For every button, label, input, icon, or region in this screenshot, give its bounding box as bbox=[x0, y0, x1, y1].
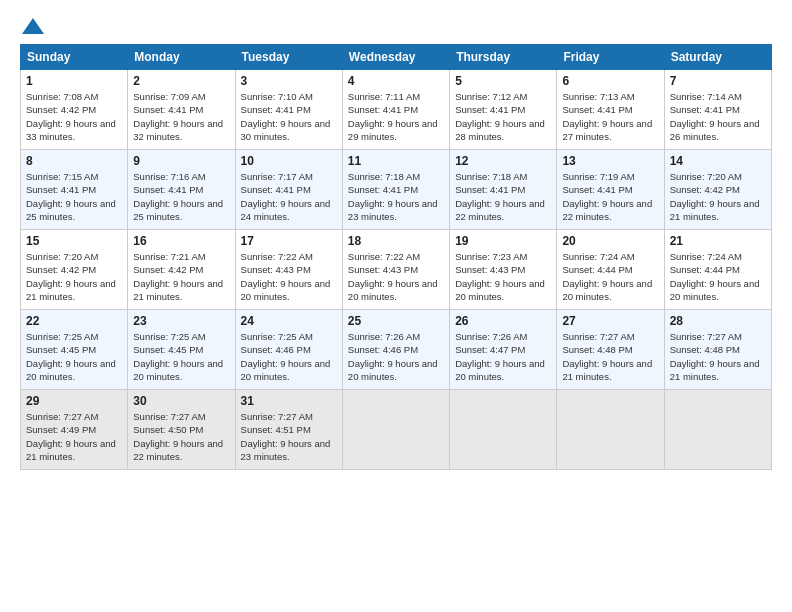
week-row-2: 8Sunrise: 7:15 AMSunset: 4:41 PMDaylight… bbox=[21, 150, 772, 230]
day-info: Sunrise: 7:14 AMSunset: 4:41 PMDaylight:… bbox=[670, 90, 766, 143]
day-info: Sunrise: 7:23 AMSunset: 4:43 PMDaylight:… bbox=[455, 250, 551, 303]
calendar-cell: 13Sunrise: 7:19 AMSunset: 4:41 PMDayligh… bbox=[557, 150, 664, 230]
day-info: Sunrise: 7:20 AMSunset: 4:42 PMDaylight:… bbox=[26, 250, 122, 303]
day-info: Sunrise: 7:09 AMSunset: 4:41 PMDaylight:… bbox=[133, 90, 229, 143]
day-number: 22 bbox=[26, 314, 122, 328]
day-info: Sunrise: 7:27 AMSunset: 4:49 PMDaylight:… bbox=[26, 410, 122, 463]
logo bbox=[20, 16, 44, 34]
calendar-cell: 25Sunrise: 7:26 AMSunset: 4:46 PMDayligh… bbox=[342, 310, 449, 390]
day-info: Sunrise: 7:27 AMSunset: 4:48 PMDaylight:… bbox=[670, 330, 766, 383]
day-number: 24 bbox=[241, 314, 337, 328]
day-number: 7 bbox=[670, 74, 766, 88]
weekday-header-monday: Monday bbox=[128, 45, 235, 70]
weekday-header-friday: Friday bbox=[557, 45, 664, 70]
calendar-cell: 7Sunrise: 7:14 AMSunset: 4:41 PMDaylight… bbox=[664, 70, 771, 150]
day-number: 23 bbox=[133, 314, 229, 328]
day-number: 13 bbox=[562, 154, 658, 168]
day-number: 17 bbox=[241, 234, 337, 248]
day-info: Sunrise: 7:08 AMSunset: 4:42 PMDaylight:… bbox=[26, 90, 122, 143]
day-info: Sunrise: 7:17 AMSunset: 4:41 PMDaylight:… bbox=[241, 170, 337, 223]
day-info: Sunrise: 7:15 AMSunset: 4:41 PMDaylight:… bbox=[26, 170, 122, 223]
week-row-3: 15Sunrise: 7:20 AMSunset: 4:42 PMDayligh… bbox=[21, 230, 772, 310]
day-info: Sunrise: 7:26 AMSunset: 4:47 PMDaylight:… bbox=[455, 330, 551, 383]
day-number: 5 bbox=[455, 74, 551, 88]
day-number: 25 bbox=[348, 314, 444, 328]
week-row-5: 29Sunrise: 7:27 AMSunset: 4:49 PMDayligh… bbox=[21, 390, 772, 470]
day-info: Sunrise: 7:25 AMSunset: 4:45 PMDaylight:… bbox=[133, 330, 229, 383]
day-info: Sunrise: 7:27 AMSunset: 4:50 PMDaylight:… bbox=[133, 410, 229, 463]
day-number: 16 bbox=[133, 234, 229, 248]
day-number: 1 bbox=[26, 74, 122, 88]
calendar-cell: 31Sunrise: 7:27 AMSunset: 4:51 PMDayligh… bbox=[235, 390, 342, 470]
day-number: 18 bbox=[348, 234, 444, 248]
day-number: 21 bbox=[670, 234, 766, 248]
logo-icon bbox=[22, 16, 44, 36]
day-number: 12 bbox=[455, 154, 551, 168]
day-info: Sunrise: 7:24 AMSunset: 4:44 PMDaylight:… bbox=[562, 250, 658, 303]
weekday-header-row: SundayMondayTuesdayWednesdayThursdayFrid… bbox=[21, 45, 772, 70]
day-info: Sunrise: 7:27 AMSunset: 4:51 PMDaylight:… bbox=[241, 410, 337, 463]
day-number: 19 bbox=[455, 234, 551, 248]
week-row-1: 1Sunrise: 7:08 AMSunset: 4:42 PMDaylight… bbox=[21, 70, 772, 150]
calendar-cell: 14Sunrise: 7:20 AMSunset: 4:42 PMDayligh… bbox=[664, 150, 771, 230]
day-info: Sunrise: 7:13 AMSunset: 4:41 PMDaylight:… bbox=[562, 90, 658, 143]
day-number: 3 bbox=[241, 74, 337, 88]
day-info: Sunrise: 7:12 AMSunset: 4:41 PMDaylight:… bbox=[455, 90, 551, 143]
calendar-cell: 29Sunrise: 7:27 AMSunset: 4:49 PMDayligh… bbox=[21, 390, 128, 470]
day-info: Sunrise: 7:11 AMSunset: 4:41 PMDaylight:… bbox=[348, 90, 444, 143]
weekday-header-sunday: Sunday bbox=[21, 45, 128, 70]
day-info: Sunrise: 7:22 AMSunset: 4:43 PMDaylight:… bbox=[241, 250, 337, 303]
day-number: 8 bbox=[26, 154, 122, 168]
calendar-cell bbox=[557, 390, 664, 470]
day-number: 30 bbox=[133, 394, 229, 408]
day-number: 20 bbox=[562, 234, 658, 248]
calendar-cell: 8Sunrise: 7:15 AMSunset: 4:41 PMDaylight… bbox=[21, 150, 128, 230]
day-number: 2 bbox=[133, 74, 229, 88]
calendar-cell: 23Sunrise: 7:25 AMSunset: 4:45 PMDayligh… bbox=[128, 310, 235, 390]
calendar-cell: 11Sunrise: 7:18 AMSunset: 4:41 PMDayligh… bbox=[342, 150, 449, 230]
day-info: Sunrise: 7:25 AMSunset: 4:45 PMDaylight:… bbox=[26, 330, 122, 383]
header bbox=[20, 16, 772, 34]
day-info: Sunrise: 7:22 AMSunset: 4:43 PMDaylight:… bbox=[348, 250, 444, 303]
calendar-cell: 28Sunrise: 7:27 AMSunset: 4:48 PMDayligh… bbox=[664, 310, 771, 390]
calendar-cell: 24Sunrise: 7:25 AMSunset: 4:46 PMDayligh… bbox=[235, 310, 342, 390]
day-info: Sunrise: 7:18 AMSunset: 4:41 PMDaylight:… bbox=[348, 170, 444, 223]
day-number: 10 bbox=[241, 154, 337, 168]
calendar-cell: 27Sunrise: 7:27 AMSunset: 4:48 PMDayligh… bbox=[557, 310, 664, 390]
weekday-header-wednesday: Wednesday bbox=[342, 45, 449, 70]
day-info: Sunrise: 7:18 AMSunset: 4:41 PMDaylight:… bbox=[455, 170, 551, 223]
calendar-cell: 19Sunrise: 7:23 AMSunset: 4:43 PMDayligh… bbox=[450, 230, 557, 310]
calendar-cell: 20Sunrise: 7:24 AMSunset: 4:44 PMDayligh… bbox=[557, 230, 664, 310]
day-number: 14 bbox=[670, 154, 766, 168]
calendar-cell: 17Sunrise: 7:22 AMSunset: 4:43 PMDayligh… bbox=[235, 230, 342, 310]
day-number: 28 bbox=[670, 314, 766, 328]
weekday-header-saturday: Saturday bbox=[664, 45, 771, 70]
day-number: 15 bbox=[26, 234, 122, 248]
calendar-cell: 10Sunrise: 7:17 AMSunset: 4:41 PMDayligh… bbox=[235, 150, 342, 230]
day-info: Sunrise: 7:21 AMSunset: 4:42 PMDaylight:… bbox=[133, 250, 229, 303]
day-info: Sunrise: 7:25 AMSunset: 4:46 PMDaylight:… bbox=[241, 330, 337, 383]
day-info: Sunrise: 7:20 AMSunset: 4:42 PMDaylight:… bbox=[670, 170, 766, 223]
week-row-4: 22Sunrise: 7:25 AMSunset: 4:45 PMDayligh… bbox=[21, 310, 772, 390]
calendar-cell: 6Sunrise: 7:13 AMSunset: 4:41 PMDaylight… bbox=[557, 70, 664, 150]
calendar-cell bbox=[342, 390, 449, 470]
calendar-cell bbox=[450, 390, 557, 470]
calendar-cell: 26Sunrise: 7:26 AMSunset: 4:47 PMDayligh… bbox=[450, 310, 557, 390]
day-number: 6 bbox=[562, 74, 658, 88]
calendar-cell: 21Sunrise: 7:24 AMSunset: 4:44 PMDayligh… bbox=[664, 230, 771, 310]
day-info: Sunrise: 7:19 AMSunset: 4:41 PMDaylight:… bbox=[562, 170, 658, 223]
weekday-header-tuesday: Tuesday bbox=[235, 45, 342, 70]
page: SundayMondayTuesdayWednesdayThursdayFrid… bbox=[0, 0, 792, 612]
day-number: 9 bbox=[133, 154, 229, 168]
calendar-cell: 5Sunrise: 7:12 AMSunset: 4:41 PMDaylight… bbox=[450, 70, 557, 150]
day-number: 31 bbox=[241, 394, 337, 408]
weekday-header-thursday: Thursday bbox=[450, 45, 557, 70]
day-number: 4 bbox=[348, 74, 444, 88]
calendar-cell: 22Sunrise: 7:25 AMSunset: 4:45 PMDayligh… bbox=[21, 310, 128, 390]
calendar-table: SundayMondayTuesdayWednesdayThursdayFrid… bbox=[20, 44, 772, 470]
calendar-cell: 9Sunrise: 7:16 AMSunset: 4:41 PMDaylight… bbox=[128, 150, 235, 230]
day-number: 26 bbox=[455, 314, 551, 328]
calendar-cell: 15Sunrise: 7:20 AMSunset: 4:42 PMDayligh… bbox=[21, 230, 128, 310]
calendar-cell: 12Sunrise: 7:18 AMSunset: 4:41 PMDayligh… bbox=[450, 150, 557, 230]
day-info: Sunrise: 7:24 AMSunset: 4:44 PMDaylight:… bbox=[670, 250, 766, 303]
